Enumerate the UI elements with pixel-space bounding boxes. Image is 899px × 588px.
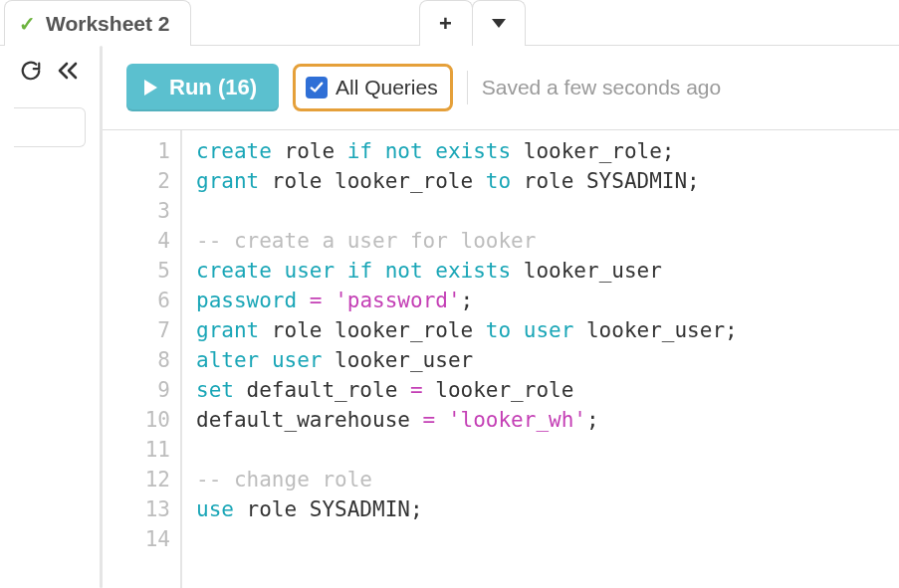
- code-line[interactable]: alter user looker_user: [196, 345, 738, 375]
- editor-toolbar: Run (16) All Queries Saved a few seconds…: [103, 46, 899, 129]
- line-number: 6: [103, 286, 170, 315]
- save-status: Saved a few seconds ago: [482, 76, 722, 99]
- all-queries-toggle[interactable]: All Queries: [293, 64, 453, 111]
- code-line[interactable]: grant role looker_role to role SYSADMIN;: [196, 166, 738, 196]
- line-gutter: 1234567891011121314: [103, 130, 182, 588]
- code-line[interactable]: [196, 524, 738, 554]
- code-line[interactable]: grant role looker_role to user looker_us…: [196, 315, 738, 345]
- code-line[interactable]: set default_role = looker_role: [196, 375, 738, 405]
- code-line[interactable]: -- change role: [196, 465, 738, 494]
- code-area[interactable]: create role if not exists looker_role;gr…: [182, 130, 738, 588]
- caret-down-icon: [492, 19, 506, 28]
- line-number: 2: [103, 166, 170, 196]
- line-number: 14: [103, 524, 170, 554]
- code-line[interactable]: [196, 435, 738, 465]
- tab-bar: ✓ Worksheet 2 +: [0, 0, 899, 46]
- line-number: 3: [103, 196, 170, 226]
- line-number: 4: [103, 226, 170, 256]
- left-sidebar: [0, 46, 100, 588]
- refresh-icon[interactable]: [20, 60, 42, 82]
- line-number: 10: [103, 405, 170, 435]
- main-area: Run (16) All Queries Saved a few seconds…: [0, 46, 899, 588]
- code-line[interactable]: use role SYSADMIN;: [196, 494, 738, 524]
- check-icon: ✓: [19, 14, 36, 34]
- line-number: 12: [103, 465, 170, 494]
- play-icon: [144, 80, 157, 96]
- new-tab-button[interactable]: +: [419, 0, 473, 46]
- code-line[interactable]: password = 'password';: [196, 286, 738, 315]
- line-number: 7: [103, 315, 170, 345]
- sidebar-search-input[interactable]: [14, 107, 86, 147]
- plus-icon: +: [439, 11, 452, 37]
- line-number: 13: [103, 494, 170, 524]
- all-queries-label: All Queries: [336, 76, 438, 99]
- checkbox-checked-icon: [306, 77, 328, 98]
- code-line[interactable]: default_warehouse = 'looker_wh';: [196, 405, 738, 435]
- line-number: 9: [103, 375, 170, 405]
- run-button-label: Run (16): [169, 75, 257, 100]
- toolbar-divider: [467, 71, 468, 104]
- code-line[interactable]: create role if not exists looker_role;: [196, 136, 738, 166]
- run-button[interactable]: Run (16): [126, 64, 279, 111]
- code-line[interactable]: -- create a user for looker: [196, 226, 738, 256]
- line-number: 1: [103, 136, 170, 166]
- worksheet-tab-active[interactable]: ✓ Worksheet 2: [4, 0, 191, 46]
- code-line[interactable]: [196, 196, 738, 226]
- work-area: Run (16) All Queries Saved a few seconds…: [103, 46, 899, 588]
- sql-editor[interactable]: 1234567891011121314 create role if not e…: [103, 129, 899, 588]
- collapse-icon[interactable]: [56, 60, 80, 82]
- line-number: 5: [103, 256, 170, 286]
- tab-menu-button[interactable]: [472, 0, 526, 46]
- code-line[interactable]: create user if not exists looker_user: [196, 256, 738, 286]
- line-number: 11: [103, 435, 170, 465]
- line-number: 8: [103, 345, 170, 375]
- worksheet-tab-label: Worksheet 2: [46, 12, 170, 36]
